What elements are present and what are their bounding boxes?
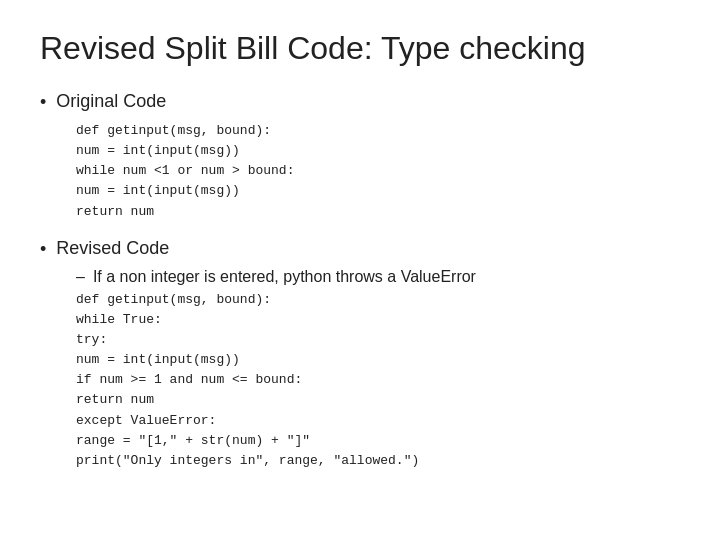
code-line: def getinput(msg, bound): xyxy=(76,121,680,141)
code-line: range = "[1," + str(num) + "]" xyxy=(76,431,680,451)
code-line: return num xyxy=(76,202,680,222)
revised-code-bullet: • Revised Code xyxy=(40,238,680,260)
code-line: num = int(input(msg)) xyxy=(76,181,680,201)
code-line: num = int(input(msg)) xyxy=(76,350,680,370)
revised-code-block: def getinput(msg, bound): while True: tr… xyxy=(76,290,680,471)
revised-code-section: • Revised Code – If a non integer is ent… xyxy=(40,238,680,471)
code-line: num = int(input(msg)) xyxy=(76,141,680,161)
bullet-dot-2: • xyxy=(40,239,46,260)
original-code-block: def getinput(msg, bound): num = int(inpu… xyxy=(76,121,680,222)
sub-bullet-item: – If a non integer is entered, python th… xyxy=(76,268,680,286)
code-line: while num <1 or num > bound: xyxy=(76,161,680,181)
code-line: try: xyxy=(76,330,680,350)
original-code-section: • Original Code def getinput(msg, bound)… xyxy=(40,91,680,222)
code-line: while True: xyxy=(76,310,680,330)
sub-bullet-text: If a non integer is entered, python thro… xyxy=(93,268,476,286)
code-line: except ValueError: xyxy=(76,411,680,431)
original-code-bullet: • Original Code xyxy=(40,91,680,113)
original-code-label: Original Code xyxy=(56,91,166,112)
page-title: Revised Split Bill Code: Type checking xyxy=(40,30,680,67)
sub-dash: – xyxy=(76,268,85,286)
code-line: return num xyxy=(76,390,680,410)
revised-code-label: Revised Code xyxy=(56,238,169,259)
code-line: print("Only integers in", range, "allowe… xyxy=(76,451,680,471)
code-line: def getinput(msg, bound): xyxy=(76,290,680,310)
sub-bullet-section: – If a non integer is entered, python th… xyxy=(76,268,680,286)
code-line: if num >= 1 and num <= bound: xyxy=(76,370,680,390)
bullet-dot-1: • xyxy=(40,92,46,113)
